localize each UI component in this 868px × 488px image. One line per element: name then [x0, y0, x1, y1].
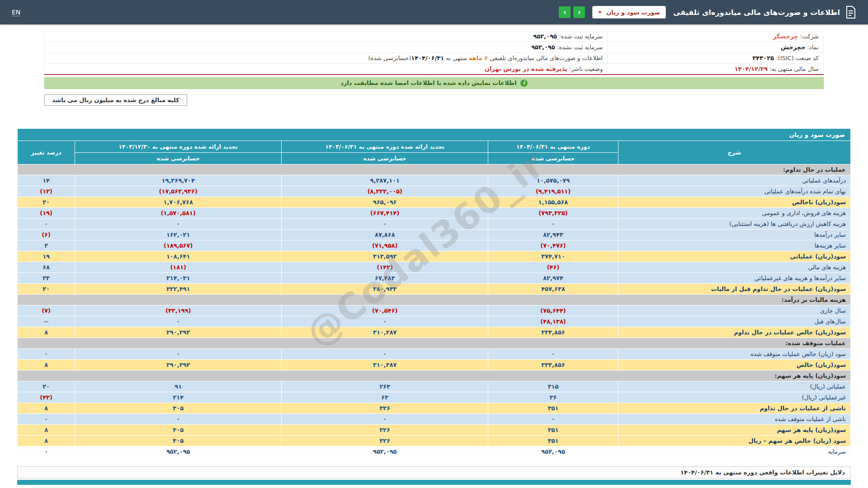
- value-cell: ۳۲۶: [282, 403, 488, 413]
- value-cell: (۷۰,۴۷۶): [488, 240, 618, 251]
- row-label: سایر درآمدها و هزینه های غیرعملیاتی: [618, 272, 850, 283]
- row-label: سال‌های قبل: [618, 316, 850, 327]
- change-percent-cell: ۰: [18, 348, 75, 359]
- value-cell: ۱۶۲,۰۲۱: [75, 229, 282, 240]
- change-percent-cell: ۸: [18, 424, 75, 435]
- company-info-section: شرکت: چرخشگرسرمایه ثبت شده: ۹۵۲,۰۹۵نماد:…: [44, 31, 824, 75]
- statement-title-row: صورت سود و زیان: [18, 128, 851, 141]
- row-label: درآمدهای عملیاتی: [618, 175, 850, 186]
- value-cell: ۳۱۵: [488, 381, 618, 392]
- value-cell: ۰: [75, 413, 282, 424]
- report-type-dropdown[interactable]: صورت سود و زیان: [592, 6, 666, 19]
- value-cell: ۸۲,۹۷۴: [488, 272, 618, 283]
- col-header-period-restated-annual: تجدید ارائه شده دوره منتهی به ۱۴۰۳/۱۲/۳۰: [75, 141, 282, 152]
- value-cell: (۳۲,۱۹۹): [75, 305, 282, 316]
- row-label: سود(زیان) عملیات در حال تداوم قبل از مال…: [618, 283, 850, 294]
- value-cell: ۰: [282, 348, 488, 359]
- row-label: سود (زیان) خالص هر سهم – ریال: [618, 435, 850, 446]
- info-icon: i: [520, 80, 528, 87]
- statement-header-row: شرح دوره منتهی به ۱۴۰۴/۰۶/۳۱ تجدید ارائه…: [18, 141, 851, 152]
- value-cell: ۳۳۳,۸۵۶: [488, 327, 618, 338]
- audited-label: حسابرسی شده: [75, 152, 282, 164]
- change-percent-cell: ۰: [18, 446, 75, 457]
- statement-section-row: عملیات در حال تداوم:: [18, 164, 851, 175]
- value-cell: (۷۵,۶۴۴): [488, 305, 618, 316]
- company-info-row: کد صنعت (ISIC): ۳۴۳۰۲۵اطلاعات و صورت‌های…: [45, 53, 824, 64]
- value-cell: (۱,۵۷۰,۵۸۱): [75, 207, 282, 218]
- statement-body: عملیات در حال تداوم:درآمدهای عملیاتی۱۰,۵…: [18, 164, 851, 457]
- value-cell: ۰: [488, 218, 618, 229]
- change-percent-cell: ۲۰: [18, 283, 75, 294]
- company-info-row: شرکت: چرخشگرسرمایه ثبت شده: ۹۵۲,۰۹۵: [45, 31, 824, 42]
- company-info-cell-right: نماد: خچرخش: [608, 42, 824, 53]
- company-info-cell-left: سرمایه ثبت شده: ۹۵۲,۰۹۵: [45, 31, 608, 42]
- statement-row: سایر درآمدها۸۲,۹۴۳۸۷,۸۶۸۱۶۲,۰۲۱(۶): [18, 229, 851, 240]
- statement-row: سایر درآمدها و هزینه های غیرعملیاتی۸۲,۹۷…: [18, 272, 851, 283]
- row-label: ناشی از عملیات متوقف شده: [618, 413, 850, 424]
- section-label: هزینه مالیات بر درآمد:: [18, 294, 851, 305]
- value-cell: ۹۶۵,۰۹۶: [282, 197, 488, 207]
- next-report-button[interactable]: ›: [559, 6, 571, 18]
- value-cell: ۰: [282, 316, 488, 327]
- company-info-table: شرکت: چرخشگرسرمایه ثبت شده: ۹۵۲,۰۹۵نماد:…: [44, 31, 824, 75]
- change-percent-cell: ۰: [18, 218, 75, 229]
- previous-report-button[interactable]: ‹: [573, 6, 585, 18]
- value-cell: ۰: [488, 348, 618, 359]
- row-label: سال جاری: [618, 305, 850, 316]
- statement-row: غیرعملیاتی (ریال)۳۶۶۳۲۱۴(۴۳): [18, 392, 851, 403]
- company-info-body: شرکت: چرخشگرسرمایه ثبت شده: ۹۵۲,۰۹۵نماد:…: [45, 31, 824, 75]
- value-cell: ۰: [488, 413, 618, 424]
- change-percent-cell: (۱۳): [18, 186, 75, 197]
- value-cell: ۳۰۵: [75, 435, 282, 446]
- statement-row: سود(زیان) ناخالص۱,۱۵۵,۵۶۸۹۶۵,۰۹۶۱,۷۰۶,۷۶…: [18, 197, 851, 207]
- statement-row: سال‌های قبل(۴۸,۱۳۸)۰۰--: [18, 316, 851, 327]
- value-cell: (۱۴۲): [282, 262, 488, 272]
- top-bar: اطلاعات و صورت‌های مالی میاندوره‌ای تلفی…: [0, 0, 868, 24]
- field-label: اطلاعات و صورت‌های مالی میاندوره‌ای تلفی…: [488, 55, 603, 61]
- value-cell: ۳۵۱: [488, 435, 618, 446]
- field-label: سرمایه ثبت شده:: [557, 33, 603, 40]
- value-cell: ۳۵۱: [488, 424, 618, 435]
- company-info-row: سال مالی منتهی به: ۱۴۰۴/۱۲/۲۹وضعیت ناشر:…: [45, 64, 824, 75]
- field-value: ۹۵۲,۰۹۵: [531, 44, 555, 51]
- field-value: ۱۴۰۴/۰۶/۳۱: [411, 55, 444, 61]
- report-document-icon: [845, 6, 856, 19]
- value-cell: ۳۳۳,۸۵۶: [488, 359, 618, 370]
- statement-row: سود(زیان) عملیاتی۳۷۴,۷۱۰۳۱۳,۵۹۲۱۰۸,۶۴۱۱۹: [18, 251, 851, 262]
- statement-row: سود(زیان) خالص۳۳۳,۸۵۶۳۱۰,۳۸۷۲۹۰,۲۹۲۸: [18, 359, 851, 370]
- row-label: سود(زیان) عملیاتی: [618, 251, 850, 262]
- value-cell: ۳۱۰,۳۸۷: [282, 327, 488, 338]
- statement-row: سود(زیان) عملیات در حال تداوم قبل از مال…: [18, 283, 851, 294]
- company-info-cell-left: اطلاعات و صورت‌های مالی میاندوره‌ای تلفی…: [45, 53, 608, 64]
- value-cell: ۰: [75, 348, 282, 359]
- change-percent-cell: ۲: [18, 240, 75, 251]
- chevron-down-icon: [598, 11, 602, 14]
- change-percent-cell: (۷): [18, 305, 75, 316]
- row-label: سرمایه: [618, 446, 850, 457]
- value-cell: (۱۸۹,۵۶۷): [75, 240, 282, 251]
- value-cell: ۱۹,۲۶۹,۷۰۴: [75, 175, 282, 186]
- statement-row: درآمدهای عملیاتی۱۰,۵۷۵,۰۷۹۹,۲۸۷,۱۰۱۱۹,۲۶…: [18, 175, 851, 186]
- language-toggle-en[interactable]: EN: [12, 9, 20, 16]
- audited-label: حسابرسی شده: [488, 152, 618, 164]
- row-label: سایر هزینه‌ها: [618, 240, 850, 251]
- field-label: کد صنعت (ISIC):: [774, 55, 819, 61]
- field-value: ۱۴۰۴/۱۲/۲۹: [735, 66, 768, 72]
- value-cell: ۲۹۰,۲۹۲: [75, 327, 282, 338]
- unit-note-text: کلیه مبالغ درج شده به میلیون ریال می باش…: [44, 94, 187, 106]
- change-percent-cell: ۲۰: [18, 197, 75, 207]
- row-label: هزینه های مالی: [618, 262, 850, 272]
- row-label: سود (زیان) خالص عملیات متوقف شده: [618, 348, 850, 359]
- statement-row: سرمایه۹۵۲,۰۹۵۹۵۲,۰۹۵۹۵۲,۰۹۵۰: [18, 446, 851, 457]
- value-cell: ۳۰۵: [75, 403, 282, 413]
- value-cell: ۰: [282, 218, 488, 229]
- change-percent-cell: ۲۰: [18, 381, 75, 392]
- value-cell: ۲۶۳: [282, 381, 488, 392]
- field-value: پذیرفته شده در بورس تهران: [485, 66, 567, 72]
- statement-section-row: سود(زیان) پایه هر سهم:: [18, 370, 851, 381]
- company-info-cell-right: کد صنعت (ISIC): ۳۴۳۰۲۵: [608, 53, 824, 64]
- value-cell: ۲۱۴: [75, 392, 282, 403]
- income-statement-table: صورت سود و زیان شرح دوره منتهی به ۱۴۰۴/۰…: [17, 128, 851, 457]
- field-label: شرکت:: [798, 33, 819, 40]
- codal-interim-financials-page: { "topbar": { "title": "اطلاعات و صورت‌ه…: [0, 0, 868, 488]
